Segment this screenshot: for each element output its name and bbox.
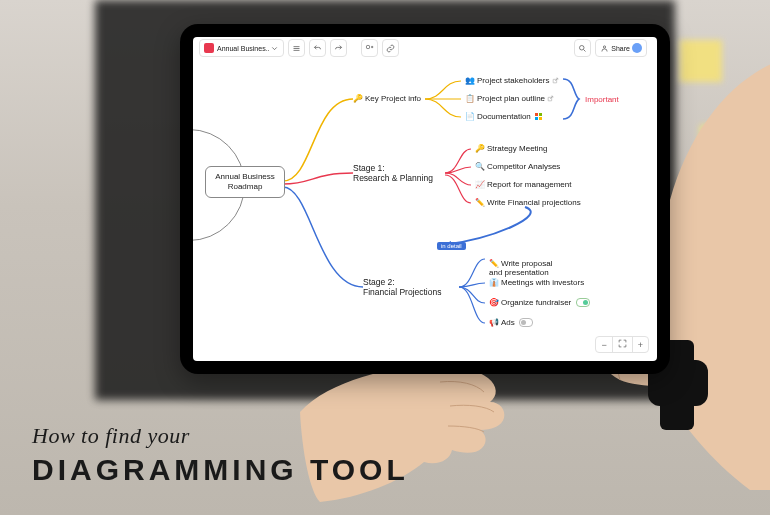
leaf-proposal[interactable]: ✏️Write proposal and presentation — [489, 251, 552, 277]
toggle-icon[interactable] — [519, 318, 533, 327]
leaf-ads[interactable]: 📢Ads — [489, 318, 533, 327]
badge-in-detail: in detail — [437, 241, 466, 250]
toolbar: Annual Busines.. — [193, 37, 657, 59]
plus-node-icon — [365, 44, 374, 53]
caption-line1: How to find your — [32, 423, 409, 449]
clipboard-icon: 📋 — [465, 94, 475, 103]
caption-line2: DIAGRAMMING TOOL — [32, 453, 409, 487]
fit-button[interactable] — [612, 337, 633, 352]
leaf-label: Project stakeholders — [477, 76, 549, 85]
connectors — [193, 59, 657, 361]
magnifier-icon: 🔍 — [475, 162, 485, 171]
svg-point-10 — [604, 45, 606, 47]
leaf-label: Project plan outline — [477, 94, 545, 103]
leaf-strategy[interactable]: 🔑Strategy Meeting — [475, 144, 547, 153]
link-icon — [386, 44, 395, 53]
pencil-icon: ✏️ — [475, 198, 485, 207]
doc-title: Annual Busines.. — [217, 45, 270, 52]
scene: Annual Busines.. — [0, 0, 770, 515]
leaf-label: Strategy Meeting — [487, 144, 547, 153]
leaf-report[interactable]: 📈Report for management — [475, 180, 572, 189]
avatar — [632, 43, 642, 53]
badge-label: in detail — [437, 242, 466, 250]
root-node[interactable]: Annual Business Roadmap — [205, 166, 285, 198]
branch-label: Stage 1: Research & Planning — [353, 163, 433, 183]
svg-line-9 — [584, 49, 586, 51]
add-node-button[interactable] — [361, 39, 378, 57]
svg-rect-5 — [366, 45, 369, 48]
external-link-icon — [552, 77, 559, 84]
fit-icon — [618, 339, 627, 348]
share-label: Share — [611, 45, 630, 52]
megaphone-icon: 📢 — [489, 318, 499, 327]
leaf-meetings[interactable]: 👔Meetings with investors — [489, 278, 584, 287]
share-button[interactable]: Share — [595, 39, 647, 57]
annotation-text: Important — [585, 95, 619, 104]
undo-button[interactable] — [309, 39, 326, 57]
user-icon — [600, 44, 609, 53]
leaf-documentation[interactable]: 📄Documentation — [465, 112, 542, 121]
leaf-fundraiser[interactable]: 🎯Organize fundraiser — [489, 298, 590, 307]
menu-button[interactable] — [288, 39, 305, 57]
link-button[interactable] — [382, 39, 399, 57]
pencil-icon: ✏️ — [489, 259, 499, 268]
app-screen: Annual Busines.. — [193, 37, 657, 361]
branch-stage2[interactable]: Stage 2: Financial Projections — [363, 278, 441, 298]
briefcase-icon: 👔 — [489, 278, 499, 287]
zoom-in-button[interactable]: + — [633, 338, 648, 352]
leaf-label: Organize fundraiser — [501, 298, 571, 307]
leaf-label: Competitor Analyses — [487, 162, 560, 171]
redo-icon — [334, 44, 343, 53]
background-sticky-note — [690, 220, 732, 262]
caption: How to find your DIAGRAMMING TOOL — [32, 423, 409, 487]
mindmap-canvas[interactable]: Annual Business Roadmap 🔑Key Project inf… — [193, 59, 657, 361]
leaf-write-projections[interactable]: ✏️Write Financial projections — [475, 198, 581, 207]
key-icon: 🔑 — [475, 144, 485, 153]
tablet-device: Annual Busines.. — [180, 24, 670, 374]
ms-logo-icon — [535, 113, 542, 120]
external-link-icon — [547, 95, 554, 102]
doc-title-dropdown[interactable]: Annual Busines.. — [199, 39, 284, 57]
leaf-label: Meetings with investors — [501, 278, 584, 287]
doc-icon: 📄 — [465, 112, 475, 121]
leaf-plan-outline[interactable]: 📋Project plan outline — [465, 94, 554, 103]
redo-button[interactable] — [330, 39, 347, 57]
zoom-controls: − + — [595, 336, 649, 353]
target-icon: 🎯 — [489, 298, 499, 307]
branch-stage1[interactable]: Stage 1: Research & Planning — [353, 164, 433, 184]
branch-label: Stage 2: Financial Projections — [363, 277, 441, 297]
root-node-label: Annual Business Roadmap — [215, 172, 275, 191]
app-logo-icon — [204, 43, 214, 53]
chevron-down-icon — [270, 44, 279, 53]
background-sticky-note — [700, 125, 742, 167]
zoom-out-button[interactable]: − — [596, 338, 611, 352]
branch-label: Key Project info — [365, 94, 421, 103]
search-icon — [578, 44, 587, 53]
chart-icon: 📈 — [475, 180, 485, 189]
search-button[interactable] — [574, 39, 591, 57]
background-sticky-note — [680, 40, 722, 82]
undo-icon — [313, 44, 322, 53]
leaf-competitor[interactable]: 🔍Competitor Analyses — [475, 162, 560, 171]
key-icon: 🔑 — [353, 94, 363, 103]
branch-key-info[interactable]: 🔑Key Project info — [353, 94, 421, 103]
leaf-label: Documentation — [477, 112, 531, 121]
annotation-important: Important — [585, 95, 619, 104]
toggle-icon[interactable] — [576, 298, 590, 307]
svg-point-8 — [580, 45, 585, 50]
menu-icon — [292, 44, 301, 53]
leaf-label: Ads — [501, 318, 515, 327]
leaf-label: Write Financial projections — [487, 198, 581, 207]
leaf-stakeholders[interactable]: 👥Project stakeholders — [465, 76, 559, 85]
people-icon: 👥 — [465, 76, 475, 85]
leaf-label: Report for management — [487, 180, 572, 189]
